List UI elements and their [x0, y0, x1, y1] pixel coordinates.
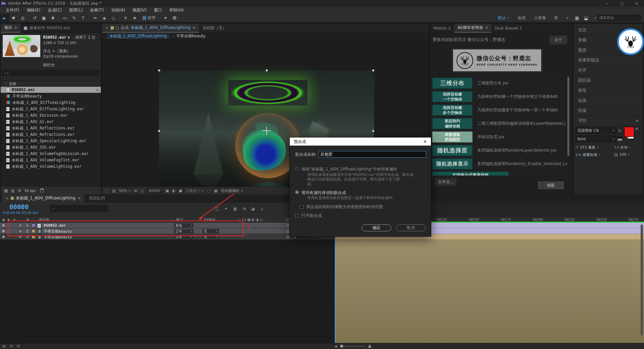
workspace-libraries[interactable]: 库 [550, 15, 562, 21]
project-item[interactable]: e未标题_1_AOV_VolumeLighting.exr [1, 163, 101, 170]
scripts-scrollbar[interactable] [567, 77, 569, 156]
cancel-button[interactable]: 取消 [396, 224, 426, 231]
workspace-small-screen[interactable]: 小屏幕 [530, 15, 550, 21]
snap-checkbox[interactable] [143, 16, 146, 20]
menu-layer[interactable]: 图层(L) [66, 7, 86, 13]
project-item[interactable]: e未标题_1_AOV_Reflections.exr [1, 125, 101, 131]
tab-effect-controls[interactable]: 效果控件 RS0052.exr [21, 24, 73, 33]
clone-stamp-tool-icon[interactable]: ◈ [100, 14, 109, 22]
pan-behind-tool-icon[interactable]: ✚ [48, 14, 57, 22]
dialog-title-bar[interactable]: 预合成 ✕ [290, 138, 431, 146]
maximize-button[interactable]: ▢ [614, 0, 629, 7]
footage-caret-icon[interactable]: ▼ [68, 36, 70, 39]
tab-motion2[interactable]: Motion 2 [430, 24, 454, 33]
layer-color-chip[interactable] [32, 229, 35, 233]
panel-menu-icon[interactable]: ≡ [14, 26, 17, 30]
project-item[interactable]: e未标题_1_AOV_VolumeFogEmission.exr [1, 151, 101, 157]
leading-control[interactable]: ⇕A 自动∨ [614, 145, 631, 150]
blend-mode-dropdown[interactable]: 正常 [174, 229, 194, 233]
kerning-control[interactable]: V∕A 度量标准∨ [575, 152, 601, 157]
mask-visibility-icon[interactable]: ◻ [140, 189, 144, 193]
ok-button[interactable]: 确定 [362, 224, 391, 231]
timeline-track-area[interactable] [335, 240, 644, 343]
project-item[interactable]: e未标题_1_AOV_Emission.exr [1, 112, 101, 119]
puppet-pin-tool-icon[interactable]: ✪ [170, 14, 179, 22]
workspace-default[interactable]: 默认 [494, 15, 514, 21]
puppet-tool-icon[interactable]: ★ [130, 14, 139, 22]
panel-menu-icon[interactable]: ≡ [636, 119, 639, 123]
script-button[interactable]: 图层阵列 偏移动画 [432, 118, 473, 129]
about-button[interactable]: 关于 [550, 36, 567, 44]
panel-tab-paint[interactable]: 绘画 [573, 96, 643, 106]
close-tab-icon[interactable]: × [5, 196, 9, 201]
close-button[interactable]: × [629, 0, 644, 7]
workspace-standard[interactable]: 标准 [514, 15, 530, 21]
panel-tab-paragraph[interactable]: 段落 [573, 106, 643, 116]
selection-handle[interactable] [158, 130, 160, 132]
radio-move-attributes[interactable] [295, 190, 299, 194]
3d-view-dropdown[interactable]: 活动摄像机 [221, 188, 243, 193]
resolution-dropdown[interactable]: 二分之一 [186, 188, 204, 193]
magnification-icon[interactable]: ▥ [112, 189, 115, 193]
panel-tab-brushes[interactable]: 画笔 [573, 86, 643, 96]
tab-timeline-comp[interactable]: × 未标题_1_AOV_DiffuseLighting ≡ [2, 194, 84, 202]
snapshot-icon[interactable]: ▣ [165, 189, 169, 193]
script-button[interactable]: 选择层创建 一个空物体 [432, 91, 473, 102]
zoom-slider-handle[interactable] [340, 345, 343, 348]
brush-tool-icon[interactable]: ✏ [91, 14, 100, 22]
folder-button[interactable]: 文件夹... [435, 178, 456, 186]
selection-handle[interactable] [158, 69, 160, 72]
project-item[interactable]: e未标题_1_AOV_VolumeFogTint.exr [1, 157, 101, 163]
trash-icon[interactable] [40, 189, 44, 192]
selection-tool-icon[interactable]: ► [0, 14, 9, 22]
new-comp-name-input[interactable] [319, 151, 426, 158]
interpret-footage-icon[interactable]: ▦ [4, 188, 8, 193]
script-button[interactable]: 随机选择显示 [432, 158, 473, 169]
tab-script-manager[interactable]: AE脚本管理器≡ [454, 24, 491, 33]
project-columns-header[interactable]: |名称 [1, 81, 101, 87]
transparency-grid-icon[interactable]: ▦ [214, 189, 217, 193]
tab-project[interactable]: 项目≡ [1, 24, 21, 33]
tab-flowchart[interactable]: 流程图（无） [199, 24, 230, 33]
frame-blending-icon[interactable]: ◔ [242, 206, 246, 211]
layer-color-chip[interactable] [32, 224, 35, 227]
deer-badge-icon[interactable]: 行鹿志 [617, 28, 644, 55]
font-style-dropdown[interactable]: Bold∨ [575, 135, 616, 142]
panel-tab-tracker[interactable]: 跟踪器 [573, 76, 643, 86]
menu-help[interactable]: 帮助(H) [166, 7, 187, 13]
menu-edit[interactable]: 编辑(E) [23, 7, 44, 13]
panel-menu-icon[interactable]: ≡ [78, 196, 81, 200]
timeline-vertical-scrollbar[interactable] [641, 225, 643, 336]
project-search-input[interactable]: ⌕▾ [2, 70, 99, 76]
region-of-interest-icon[interactable]: ⬚ [207, 189, 210, 193]
selection-handle[interactable] [266, 69, 268, 72]
expand-in-out-panes-icon[interactable]: ⧉ [15, 344, 21, 348]
project-item[interactable]: e未标题_1_AOV_Refractions.exr [1, 131, 101, 138]
comp-mini-flowchart-icon[interactable]: ◫ [215, 206, 219, 211]
zoom-in-mountain-icon[interactable] [368, 344, 372, 348]
selection-handle[interactable] [372, 69, 374, 72]
column-trkmat[interactable]: TrkMat [204, 218, 215, 222]
eraser-tool-icon[interactable]: ◇ [109, 14, 118, 22]
panel-icon[interactable]: ⬓ [581, 14, 591, 22]
breadcrumb-parent[interactable]: 不带后期beauty [176, 34, 205, 39]
rotate-tool-icon[interactable]: ↺ [30, 14, 39, 22]
expand-transfer-controls-icon[interactable]: ◔ [8, 344, 14, 348]
tab-render-queue[interactable]: 渲染队列 [84, 195, 110, 201]
project-item[interactable]: eRS0052.exr✦ [1, 87, 101, 93]
project-item[interactable]: 不带后期beauty [1, 93, 101, 100]
shape-tool-icon[interactable]: ▭ [61, 14, 70, 22]
panel-tab-effects-presets[interactable]: 效果和预设 [573, 55, 643, 66]
eyedropper-icon[interactable]: ✐ [617, 129, 622, 132]
eye-icon[interactable]: ◉ [2, 223, 5, 227]
project-item[interactable]: 未标题_1_AOV_DiffuseLighting [1, 100, 101, 106]
tracking-control[interactable]: VA 100∨ [614, 152, 630, 157]
menu-animation[interactable]: 动画(A) [108, 7, 129, 13]
tab-duik[interactable]: Duik Bassel.1 [491, 24, 525, 33]
blend-mode-dropdown[interactable]: 正常 [174, 235, 194, 239]
script-button[interactable]: 单独渲染 所选图层 [432, 131, 473, 143]
expand-layer-switches-icon[interactable]: ▤ [1, 344, 7, 348]
new-folder-icon[interactable]: ▤ [11, 188, 14, 193]
radio-keep-attributes[interactable] [295, 167, 299, 170]
minimize-button[interactable]: ─ [600, 0, 614, 7]
